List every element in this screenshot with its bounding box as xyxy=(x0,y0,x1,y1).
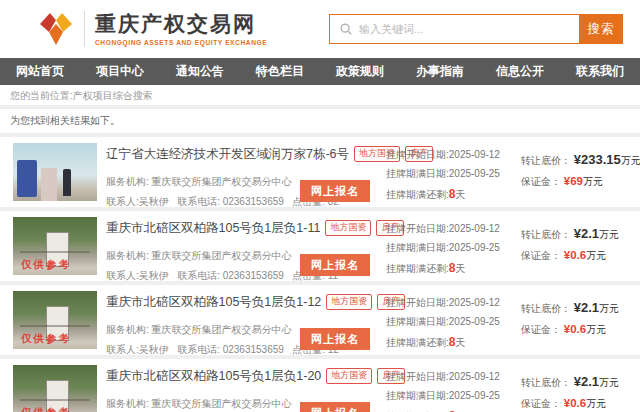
end-date-line: 挂牌期满日期:2025-09-25 xyxy=(386,239,500,258)
nav-item-3[interactable]: 通知公告 xyxy=(160,58,240,85)
deposit-label: 保证金： xyxy=(521,176,561,187)
deposit-line: 保证金： ¥0.6万元 xyxy=(521,323,619,337)
online-apply-button[interactable]: 网上报名 xyxy=(300,180,370,202)
agency-label: 服务机构: xyxy=(106,250,149,261)
price-label: 转让底价： xyxy=(521,155,571,166)
listing-dates: 挂牌开始日期:2025-09-12 挂牌期满日期:2025-09-25 挂牌期满… xyxy=(386,220,500,279)
search-input[interactable] xyxy=(359,23,579,35)
listing-dates: 挂牌开始日期:2025-09-12 挂牌期满日期:2025-09-25 挂牌期满… xyxy=(386,368,500,412)
nav-item-5[interactable]: 政策规则 xyxy=(320,58,400,85)
remain-line: 挂牌期满还剩:8天 xyxy=(386,405,500,412)
breadcrumb: 您的当前位置:产权项目综合搜索 xyxy=(0,85,640,106)
price-label: 转让底价： xyxy=(521,377,571,388)
online-apply-button[interactable]: 网上报名 xyxy=(300,402,370,412)
listing-title[interactable]: 辽宁省大连经济技术开发区域润万家7栋-6号 xyxy=(106,147,349,161)
contact-label: 联系人: xyxy=(106,196,139,207)
phone-value: 02363153659 xyxy=(223,344,284,355)
deposit-value: ¥0.6 xyxy=(564,397,586,409)
end-date-line: 挂牌期满日期:2025-09-25 xyxy=(386,165,500,184)
nav-item-1[interactable]: 网站首页 xyxy=(0,58,80,85)
price-value: ¥2.1 xyxy=(574,300,599,315)
listing-dates: 挂牌开始日期:2025-09-12 挂牌期满日期:2025-09-25 挂牌期满… xyxy=(386,146,500,205)
phone-value: 02363153659 xyxy=(223,196,284,207)
price-label: 转让底价： xyxy=(521,229,571,240)
contact-label: 联系人: xyxy=(106,344,139,355)
deposit-line: 保证金： ¥0.6万元 xyxy=(521,249,619,263)
listing-row: 仅供参考 重庆市北碚区双柏路105号负1层负1-20地方国资房产 服务机构: 重… xyxy=(0,359,640,412)
deposit-line: 保证金： ¥0.6万元 xyxy=(521,397,619,411)
listing-tag: 地方国资 xyxy=(325,220,371,236)
listing-thumbnail[interactable]: 仅供参考 xyxy=(13,365,97,412)
agency-value: 重庆联交所集团产权交易分中心 xyxy=(152,250,292,261)
listings: 辽宁省大连经济技术开发区域润万家7栋-6号地方国资房产 服务机构: 重庆联交所集… xyxy=(0,137,640,412)
price-value: ¥2.1 xyxy=(574,374,599,389)
listing-prices: 转让底价： ¥2.1万元 保证金： ¥0.6万元 xyxy=(521,300,619,344)
listing-prices: 转让底价： ¥2.1万元 保证金： ¥0.6万元 xyxy=(521,374,619,412)
listing-prices: 转让底价： ¥233.15万元 保证金： ¥69万元 xyxy=(521,152,640,196)
end-date-line: 挂牌期满日期:2025-09-25 xyxy=(386,313,500,332)
deposit-label: 保证金： xyxy=(521,324,561,335)
price-line: 转让底价： ¥2.1万元 xyxy=(521,300,619,316)
listing-tag: 地方国资 xyxy=(326,368,372,384)
listing-prices: 转让底价： ¥2.1万元 保证金： ¥0.6万元 xyxy=(521,226,619,270)
listing-row: 辽宁省大连经济技术开发区域润万家7栋-6号地方国资房产 服务机构: 重庆联交所集… xyxy=(0,137,640,207)
start-date-line: 挂牌开始日期:2025-09-12 xyxy=(386,368,500,387)
online-apply-button[interactable]: 网上报名 xyxy=(300,328,370,350)
agency-value: 重庆联交所集团产权交易分中心 xyxy=(152,398,292,409)
price-label: 转让底价： xyxy=(521,303,571,314)
remain-line: 挂牌期满还剩:8天 xyxy=(386,257,500,279)
price-line: 转让底价： ¥2.1万元 xyxy=(521,226,619,242)
site-subtitle: CHONGQING ASSETS AND EQUITY EXCHANGE xyxy=(95,39,267,46)
nav-item-7[interactable]: 信息公开 xyxy=(480,58,560,85)
agency-value: 重庆联交所集团产权交易分中心 xyxy=(152,324,292,335)
listing-thumbnail[interactable] xyxy=(13,143,97,201)
listing-title[interactable]: 重庆市北碚区双柏路105号负1层负1-12 xyxy=(106,295,321,309)
price-line: 转让底价： ¥2.1万元 xyxy=(521,374,619,390)
thumbnail-watermark: 仅供参考 xyxy=(21,406,71,412)
deposit-value: ¥0.6 xyxy=(564,249,586,261)
contact-name: 吴秋伊 xyxy=(139,270,169,281)
logo-text: 重庆产权交易网 CHONGQING ASSETS AND EQUITY EXCH… xyxy=(95,12,267,45)
listing-row: 仅供参考 重庆市北碚区双柏路105号负1层负1-12地方国资房产 服务机构: 重… xyxy=(0,285,640,355)
start-date-line: 挂牌开始日期:2025-09-12 xyxy=(386,146,500,165)
listing-tag: 地方国资 xyxy=(326,294,372,310)
nav-item-8[interactable]: 联系我们 xyxy=(560,58,640,85)
deposit-label: 保证金： xyxy=(521,250,561,261)
logo-icon xyxy=(36,9,76,49)
contact-name: 吴秋伊 xyxy=(139,196,169,207)
listing-thumbnail[interactable]: 仅供参考 xyxy=(13,291,97,349)
nav-item-4[interactable]: 特色栏目 xyxy=(240,58,320,85)
deposit-line: 保证金： ¥69万元 xyxy=(521,175,640,189)
remain-line: 挂牌期满还剩:8天 xyxy=(386,331,500,353)
site-name: 重庆产权交易网 xyxy=(95,12,267,36)
nav-item-2[interactable]: 项目中心 xyxy=(80,58,160,85)
phone-label: 联系电话: xyxy=(177,344,220,355)
search-bar: 搜索 xyxy=(329,14,623,44)
nav-item-6[interactable]: 办事指南 xyxy=(400,58,480,85)
search-button[interactable]: 搜索 xyxy=(579,14,623,44)
site-logo[interactable]: 重庆产权交易网 CHONGQING ASSETS AND EQUITY EXCH… xyxy=(36,9,267,49)
listing-title[interactable]: 重庆市北碚区双柏路105号负1层负1-20 xyxy=(106,369,321,383)
contact-name: 吴秋伊 xyxy=(139,344,169,355)
thumbnail-watermark: 仅供参考 xyxy=(21,258,71,272)
site-header: 重庆产权交易网 CHONGQING ASSETS AND EQUITY EXCH… xyxy=(0,0,640,58)
agency-value: 重庆联交所集团产权交易分中心 xyxy=(152,176,292,187)
start-date-line: 挂牌开始日期:2025-09-12 xyxy=(386,220,500,239)
online-apply-button[interactable]: 网上报名 xyxy=(300,254,370,276)
listing-dates: 挂牌开始日期:2025-09-12 挂牌期满日期:2025-09-25 挂牌期满… xyxy=(386,294,500,353)
search-icon xyxy=(339,22,353,36)
main-nav: 网站首页项目中心通知公告特色栏目政策规则办事指南信息公开联系我们 xyxy=(0,58,640,85)
listing-title[interactable]: 重庆市北碚区双柏路105号负1层负1-11 xyxy=(106,221,320,235)
results-note: 为您找到相关结果如下。 xyxy=(0,109,640,133)
phone-value: 02363153659 xyxy=(223,270,284,281)
deposit-value: ¥0.6 xyxy=(564,323,586,335)
logo-divider xyxy=(84,11,85,47)
phone-label: 联系电话: xyxy=(177,270,220,281)
thumbnail-watermark: 仅供参考 xyxy=(21,332,71,346)
listing-row: 仅供参考 重庆市北碚区双柏路105号负1层负1-11地方国资房产 服务机构: 重… xyxy=(0,211,640,281)
price-value: ¥2.1 xyxy=(574,226,599,241)
phone-label: 联系电话: xyxy=(177,196,220,207)
agency-label: 服务机构: xyxy=(106,324,149,335)
listing-thumbnail[interactable]: 仅供参考 xyxy=(13,217,97,275)
agency-label: 服务机构: xyxy=(106,176,149,187)
